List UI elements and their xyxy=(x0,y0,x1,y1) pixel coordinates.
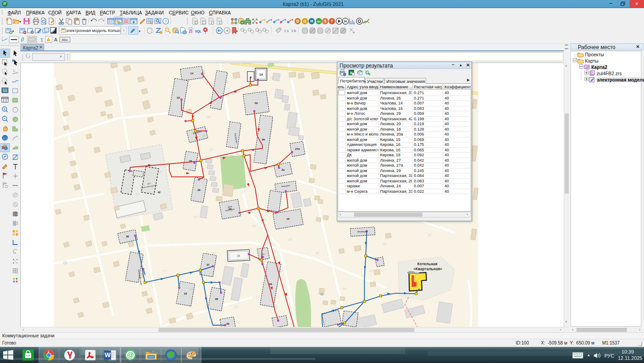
svg-text:29: 29 xyxy=(262,138,265,141)
svg-text:@: @ xyxy=(127,351,134,359)
svg-text:H: H xyxy=(344,19,347,23)
svg-text:Σ: Σ xyxy=(41,37,43,42)
svg-text:33: 33 xyxy=(226,322,229,325)
svg-text:G: G xyxy=(304,19,307,23)
svg-text:14: 14 xyxy=(259,73,263,76)
svg-text:33: 33 xyxy=(177,96,180,99)
svg-text:15: 15 xyxy=(237,254,240,257)
svg-text:1:1: 1:1 xyxy=(284,29,289,33)
svg-text:28: 28 xyxy=(215,298,218,300)
svg-text:T: T xyxy=(331,19,333,23)
svg-text:30: 30 xyxy=(126,235,129,238)
svg-text:автовокзал: автовокзал xyxy=(358,231,368,233)
svg-text:W: W xyxy=(104,351,111,358)
svg-text:1:6: 1:6 xyxy=(291,29,296,33)
svg-text:27б: 27б xyxy=(295,148,300,150)
svg-text:Котельная: Котельная xyxy=(417,262,437,266)
svg-text:2а: 2а xyxy=(281,168,285,171)
svg-text:SQL: SQL xyxy=(195,30,202,33)
svg-text:I₀: I₀ xyxy=(13,69,15,72)
svg-text:1б: 1б xyxy=(286,218,290,220)
svg-text:«Квартальная»: «Квартальная» xyxy=(413,267,442,271)
svg-text:МП: МП xyxy=(262,253,265,255)
svg-text:S: S xyxy=(324,19,327,23)
svg-text:?: ? xyxy=(164,19,167,23)
svg-text:ГВС: ГВС xyxy=(317,21,322,23)
svg-text:29: 29 xyxy=(254,102,258,104)
svg-text:27: 27 xyxy=(206,263,209,266)
svg-text:14: 14 xyxy=(190,72,194,75)
svg-text:D: D xyxy=(296,19,299,23)
svg-text:22: 22 xyxy=(184,292,187,295)
svg-text:B: B xyxy=(188,27,193,34)
svg-text:26: 26 xyxy=(198,189,201,191)
svg-text:H: H xyxy=(310,19,313,23)
svg-text:42: 42 xyxy=(158,191,161,194)
svg-text:29: 29 xyxy=(269,283,272,286)
svg-text:G: G xyxy=(365,70,369,75)
